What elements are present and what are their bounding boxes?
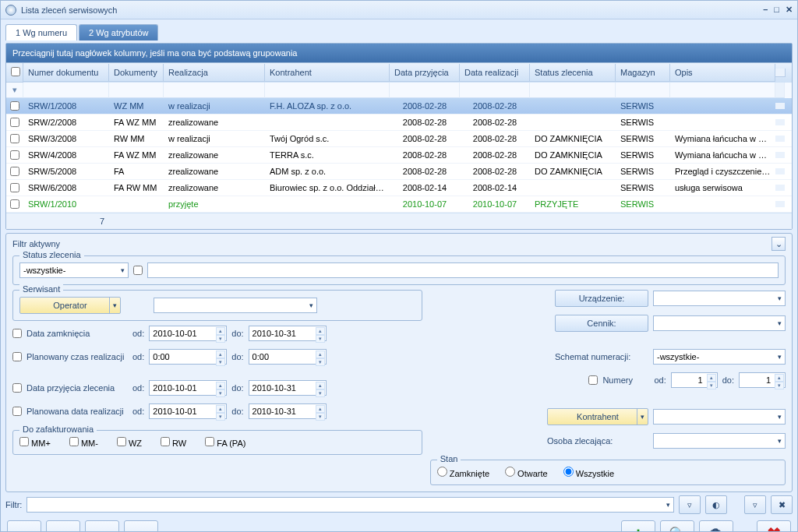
filter-cell[interactable] [460,83,530,98]
add-button[interactable]: + [621,520,655,531]
minimize-button[interactable]: – [763,5,768,15]
edit-button[interactable]: 🔍 [660,520,694,531]
table-row[interactable]: SRW/3/2008RW MMw realizacjiTwój Ogród s.… [6,131,792,147]
maximize-button[interactable]: □ [774,5,779,15]
table-row[interactable]: SRW/2/2008FA WZ MMzrealizowane2008-02-28… [6,115,792,131]
collapse-filter-button[interactable]: ⌄ [772,237,786,251]
cell-status: DO ZAMKNIĘCIA [530,147,616,163]
mm-plus-check[interactable]: MM+ [19,437,51,448]
filter-cell[interactable] [390,83,460,98]
table-row[interactable]: SRW/1/2008WZ MMw realizacjiF.H. ALOZA sp… [6,98,792,115]
wz-check[interactable]: WZ [117,437,142,448]
cell-realizacja: zrealizowane [164,115,265,130]
operator-button[interactable]: Operator▾ [19,297,121,314]
status-extra-checkbox[interactable] [133,266,143,275]
rw-check[interactable]: RW [161,437,186,448]
filter-text-combo[interactable]: ▾ [26,497,674,513]
fs-button[interactable]: FS▾ [7,520,41,531]
filter-cell[interactable] [265,83,390,98]
filter-cell[interactable] [530,83,616,98]
status-text-input[interactable] [147,262,779,278]
close-window-button[interactable]: ✖ [757,520,791,531]
data-zamkniecia-check[interactable] [12,329,22,338]
cell-status [530,103,616,109]
kontrahent-button[interactable]: Kontrahent▾ [547,408,648,425]
table-row[interactable]: SRW/1/2010przyjęte2010-10-072010-10-07PR… [6,196,792,213]
row-checkbox[interactable] [10,199,19,209]
wz-button[interactable]: WZ▾ [124,520,158,531]
filter-cell[interactable] [670,83,775,98]
close-button[interactable]: ✕ [786,5,793,15]
status-combo[interactable]: -wszystkie-▾ [19,262,129,278]
fapa-check[interactable]: FA (PA) [205,437,245,448]
plan-czas-check[interactable] [12,352,22,361]
schemat-combo[interactable]: -wszystkie-▾ [653,349,786,365]
urzadzenie-combo[interactable]: ▾ [653,291,786,306]
data-przyjecia-check[interactable] [12,383,22,393]
pa-button[interactable]: PA▾ [46,520,80,531]
tab-wg-numeru[interactable]: 1 Wg numeru [5,24,77,41]
table-row[interactable]: SRW/4/2008FA WZ MMzrealizowaneTERRA s.c.… [6,147,792,164]
header-checkbox-col[interactable] [6,63,23,83]
scrollbar-top[interactable] [775,83,785,98]
funnel-icon[interactable]: ▿ [679,495,701,514]
table-row[interactable]: SRW/5/2008FAzrealizowaneADM sp. z o.o.20… [6,164,792,180]
filter-cell[interactable] [109,83,164,98]
filter-cell[interactable] [23,83,109,98]
delete-button[interactable]: 🗑 [699,520,733,531]
urzadzenie-button[interactable]: Urządzenie: [555,290,648,307]
col-status-zlecenia[interactable]: Status zlecenia [530,64,616,82]
tab-wg-atrybutow[interactable]: 2 Wg atrybutów [79,24,158,41]
filter-clear-icon[interactable]: ✖ [771,495,793,514]
trash-icon: 🗑 [709,527,723,532]
row-checkbox[interactable] [10,101,19,111]
table-row[interactable]: SRW/6/2008FA RW MMzrealizowaneBiurowiec … [6,180,792,196]
plan-data-od[interactable]: 2010-10-01▴▾ [149,403,227,419]
plan-czas-do[interactable]: 0:00▴▾ [249,349,327,365]
filter-cell[interactable] [616,83,670,98]
numery-do[interactable]: 1▴▾ [739,372,786,388]
filter-settings-icon[interactable]: ◐ [705,495,727,514]
col-opis[interactable]: Opis [670,64,775,82]
row-checkbox[interactable] [10,150,19,160]
row-checkbox[interactable] [10,134,19,143]
filter-bar: Filtr: ▾ ▿ ◐ ▿ ✖ [5,495,793,514]
radio-otwarte[interactable]: Otwarte [505,467,548,478]
group-by-band[interactable]: Przeciągnij tutaj nagłówek kolumny, jeśl… [6,44,792,63]
col-realizacja[interactable]: Realizacja [164,64,265,82]
data-zamk-od[interactable]: 2010-10-01▴▾ [149,326,227,341]
row-checkbox[interactable] [10,167,19,176]
data-przy-do[interactable]: 2010-10-31▴▾ [249,380,327,396]
numery-check[interactable] [588,375,598,385]
mm-minus-check[interactable]: MM- [69,437,98,448]
cell-data-realizacji: 2010-10-07 [460,196,530,212]
filter-cell[interactable] [164,83,265,98]
col-kontrahent[interactable]: Kontrahent [265,64,390,82]
plan-czas-od[interactable]: 0:00▴▾ [149,349,227,365]
row-checkbox[interactable] [10,183,19,192]
col-data-przyjecia[interactable]: Data przyjęcia [390,64,460,82]
operator-combo[interactable]: ▾ [154,298,317,313]
row-checkbox[interactable] [10,118,19,127]
cennik-combo[interactable]: ▾ [653,315,786,331]
col-numer-dokumentu[interactable]: Numer dokumentu [23,64,109,82]
data-przy-od[interactable]: 2010-10-01▴▾ [149,380,227,396]
numery-od[interactable]: 1▴▾ [671,372,718,388]
radio-wszystkie[interactable]: Wszystkie [563,467,615,478]
rw-button[interactable]: RW▾ [85,520,119,531]
filter-row-icon[interactable]: ▾ [6,83,23,98]
serwisant-legend: Serwisant [19,284,63,294]
filter-apply-icon[interactable]: ▿ [744,495,766,514]
plan-data-do[interactable]: 2010-10-31▴▾ [249,403,327,419]
radio-zamkniete[interactable]: Zamknięte [437,467,489,478]
data-zamk-do[interactable]: 2010-10-31▴▾ [249,326,327,341]
col-dokumenty[interactable]: Dokumenty [109,64,164,82]
osoba-combo[interactable]: ▾ [653,433,786,449]
col-data-realizacji[interactable]: Data realizacji [460,64,530,82]
cell-dokumenty: FA RW MM [109,180,164,196]
cennik-button[interactable]: Cennik: [555,315,648,332]
col-magazyn[interactable]: Magazyn [616,64,670,82]
plan-data-check[interactable] [12,407,22,416]
kontrahent-combo[interactable]: ▾ [653,409,786,425]
plan-data-label: Planowana data realizacji [26,407,128,416]
